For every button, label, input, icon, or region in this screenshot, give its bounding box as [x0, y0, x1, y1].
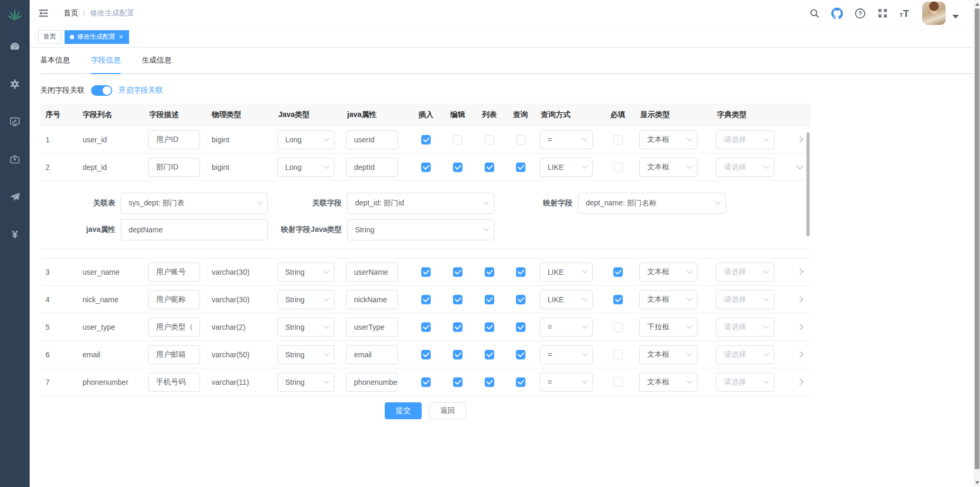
required-checkbox[interactable]: [613, 135, 623, 145]
display-type-select[interactable]: 文本框: [639, 345, 697, 364]
query-checkbox[interactable]: [516, 350, 525, 359]
edit-checkbox[interactable]: [453, 350, 462, 359]
required-checkbox[interactable]: [613, 322, 623, 332]
description-input[interactable]: 用户ID: [148, 130, 200, 149]
description-input[interactable]: 用户昵称: [148, 290, 200, 309]
relation-table-select[interactable]: sys_dept: 部门表: [121, 193, 268, 214]
list-checkbox[interactable]: [485, 163, 494, 172]
required-checkbox[interactable]: [613, 163, 623, 172]
edit-checkbox[interactable]: [453, 295, 462, 304]
insert-checkbox[interactable]: [421, 350, 431, 359]
query-checkbox[interactable]: [516, 163, 525, 172]
list-checkbox[interactable]: [485, 350, 494, 359]
insert-checkbox[interactable]: [421, 295, 431, 304]
list-checkbox[interactable]: [485, 377, 494, 387]
sidebar-item-tool[interactable]: [8, 153, 21, 166]
java-attr-input[interactable]: deptId: [346, 158, 398, 177]
user-avatar[interactable]: [922, 2, 946, 25]
required-checkbox[interactable]: [613, 295, 623, 304]
edit-checkbox[interactable]: [453, 267, 462, 277]
java-type-select[interactable]: String: [277, 318, 334, 337]
dict-type-select[interactable]: 请选择: [716, 345, 774, 364]
expand-row-button[interactable]: [794, 349, 805, 360]
back-button[interactable]: 返回: [429, 402, 466, 419]
display-type-select[interactable]: 文本框: [639, 263, 697, 282]
dict-type-select[interactable]: 请选择: [716, 373, 774, 392]
query-checkbox[interactable]: [516, 295, 525, 304]
expand-row-button[interactable]: [794, 294, 805, 305]
list-checkbox[interactable]: [485, 295, 494, 304]
tag-close-icon[interactable]: ×: [119, 33, 124, 40]
edit-checkbox[interactable]: [453, 377, 462, 387]
search-button[interactable]: [809, 7, 820, 19]
list-checkbox[interactable]: [485, 322, 494, 332]
insert-checkbox[interactable]: [421, 322, 431, 332]
insert-checkbox[interactable]: [421, 163, 431, 172]
sidebar-collapse-button[interactable]: [38, 7, 50, 19]
query-checkbox[interactable]: [516, 322, 525, 332]
java-type-select[interactable]: String: [277, 345, 334, 364]
tab-basic-info[interactable]: 基本信息: [40, 56, 70, 73]
expand-row-button[interactable]: [794, 134, 805, 145]
required-checkbox[interactable]: [613, 267, 623, 277]
sidebar-item-dashboard[interactable]: [8, 40, 21, 53]
expansion-java-attr-input[interactable]: deptName: [121, 219, 268, 240]
query-type-select[interactable]: =: [540, 373, 593, 392]
list-checkbox[interactable]: [485, 135, 494, 145]
edit-checkbox[interactable]: [453, 322, 462, 332]
scrollbar-thumb[interactable]: [975, 8, 979, 469]
expand-row-button[interactable]: [794, 322, 805, 332]
sidebar-item-finance[interactable]: ¥: [8, 228, 21, 241]
expand-row-button[interactable]: [794, 377, 805, 387]
table-scrollbar[interactable]: [806, 132, 810, 236]
java-attr-input[interactable]: userType: [346, 318, 398, 337]
mapping-java-type-select[interactable]: String: [347, 219, 494, 240]
java-type-select[interactable]: String: [277, 373, 334, 392]
sidebar-item-system[interactable]: [8, 78, 21, 91]
edit-checkbox[interactable]: [453, 163, 462, 172]
display-type-select[interactable]: 下拉框: [639, 318, 697, 337]
java-attr-input[interactable]: userId: [346, 130, 398, 149]
display-type-select[interactable]: 文本框: [639, 373, 697, 392]
description-input[interactable]: 用户类型（: [148, 318, 200, 337]
query-type-select[interactable]: =: [540, 318, 593, 337]
query-type-select[interactable]: LIKE: [540, 290, 593, 309]
submit-button[interactable]: 提交: [385, 402, 422, 419]
description-input[interactable]: 手机号码: [148, 373, 200, 392]
java-attr-input[interactable]: nickName: [346, 290, 398, 309]
dict-type-select[interactable]: 请选择: [716, 318, 774, 337]
app-logo[interactable]: [0, 0, 30, 30]
query-checkbox[interactable]: [516, 267, 525, 277]
edit-checkbox[interactable]: [453, 135, 462, 145]
scrollbar-up-arrow-icon[interactable]: [975, 3, 979, 6]
java-attr-input[interactable]: userName: [346, 263, 398, 282]
breadcrumb-home[interactable]: 首页: [63, 8, 78, 18]
java-attr-input[interactable]: email: [346, 345, 398, 364]
sidebar-item-monitor[interactable]: [8, 115, 21, 128]
insert-checkbox[interactable]: [421, 135, 431, 145]
query-type-select[interactable]: =: [540, 345, 593, 364]
dict-type-select[interactable]: 请选择: [716, 263, 774, 282]
fullscreen-button[interactable]: [877, 7, 888, 19]
tab-field-info[interactable]: 字段信息: [91, 56, 121, 73]
query-type-select[interactable]: LIKE: [540, 158, 593, 177]
insert-checkbox[interactable]: [421, 377, 431, 387]
description-input[interactable]: 用户邮箱: [148, 345, 200, 364]
query-checkbox[interactable]: [516, 377, 525, 387]
dict-type-select[interactable]: 请选择: [716, 158, 774, 177]
java-type-select[interactable]: String: [277, 263, 334, 282]
query-checkbox[interactable]: [516, 135, 525, 145]
tab-gen-info[interactable]: 生成信息: [142, 56, 171, 73]
mapping-field-select[interactable]: dept_name: 部门名称: [578, 193, 726, 214]
insert-checkbox[interactable]: [421, 267, 431, 277]
expand-row-button[interactable]: [794, 267, 805, 277]
list-checkbox[interactable]: [485, 267, 494, 277]
github-link[interactable]: [831, 7, 843, 19]
required-checkbox[interactable]: [613, 350, 623, 359]
tag-home[interactable]: 首页: [38, 30, 61, 44]
dict-type-select[interactable]: 请选择: [716, 130, 774, 149]
java-type-select[interactable]: Long: [277, 130, 334, 149]
help-button[interactable]: ?: [854, 7, 866, 19]
java-attr-input[interactable]: phonenumber: [346, 373, 398, 392]
description-input[interactable]: 部门ID: [148, 158, 200, 177]
